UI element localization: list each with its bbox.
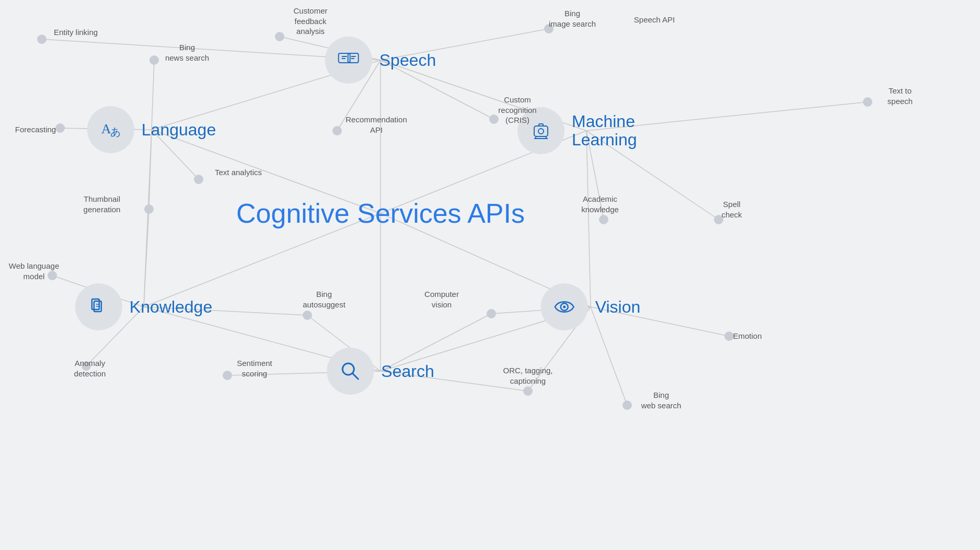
label-bing-web-search: Bingweb search bbox=[641, 390, 682, 410]
dot-sentiment bbox=[223, 371, 232, 380]
label-anomaly-detection: Anomalydetection bbox=[74, 358, 106, 379]
vision-icon-circle bbox=[541, 283, 588, 330]
speech-icon-circle bbox=[325, 37, 372, 84]
label-spell-check: Spellcheck bbox=[721, 199, 742, 220]
speech-icon bbox=[337, 48, 361, 72]
dot-custom-recognition bbox=[489, 114, 499, 124]
label-forecasting: Forecasting bbox=[15, 124, 56, 135]
dot-text-to-speech bbox=[863, 97, 872, 107]
label-sentiment-scoring: Sentimentscoring bbox=[237, 358, 272, 379]
vision-icon bbox=[552, 295, 577, 319]
label-bing-image-search: Bingimage search bbox=[549, 8, 596, 29]
connection-lines bbox=[0, 0, 980, 550]
svg-line-55 bbox=[352, 373, 358, 379]
language-label: Language bbox=[142, 120, 216, 140]
hub-knowledge[interactable]: Knowledge bbox=[75, 283, 212, 330]
label-ocr-tagging: ORC, tagging,captioning bbox=[503, 365, 552, 386]
label-academic-knowledge: Academicknowledge bbox=[581, 194, 619, 214]
label-bing-autosuggest: Bingautosuggest bbox=[303, 289, 345, 310]
knowledge-icon bbox=[87, 295, 111, 319]
dot-thumbnail bbox=[144, 204, 154, 214]
search-icon bbox=[338, 359, 362, 383]
label-emotion: Emotion bbox=[733, 331, 762, 341]
svg-text:あ: あ bbox=[110, 126, 121, 138]
dot-ocr bbox=[523, 386, 533, 396]
dot-bing-web bbox=[622, 400, 632, 410]
dot-bing-auto bbox=[303, 311, 312, 320]
label-thumbnail-generation: Thumbnailgeneration bbox=[84, 194, 121, 214]
center-title: Cognitive Services APIs bbox=[236, 198, 525, 229]
speech-label: Speech bbox=[379, 51, 436, 70]
svg-rect-44 bbox=[534, 126, 548, 136]
label-entity-linking: Entity linking bbox=[54, 27, 98, 38]
label-text-to-speech: Text tospeech bbox=[887, 86, 913, 106]
label-web-language-model: Web languagemodel bbox=[9, 261, 59, 281]
label-text-analytics: Text analytics bbox=[215, 167, 262, 178]
svg-line-3 bbox=[586, 131, 591, 307]
language-icon: A あ bbox=[99, 118, 123, 142]
svg-point-57 bbox=[563, 306, 566, 308]
dot-customer-feedback bbox=[275, 32, 284, 41]
hub-ml[interactable]: Machine Learning bbox=[517, 107, 655, 154]
dot-computer-vision bbox=[487, 309, 496, 318]
dot-entity-linking bbox=[37, 35, 47, 44]
label-computer-vision: Computervision bbox=[424, 289, 459, 310]
dot-academic bbox=[599, 215, 608, 224]
ml-label: Machine Learning bbox=[572, 112, 655, 149]
label-customer-feedback: Customerfeedbackanalysis bbox=[293, 6, 327, 37]
language-icon-circle: A あ bbox=[87, 106, 134, 153]
dot-text-analytics bbox=[194, 175, 203, 184]
hub-speech[interactable]: Speech bbox=[325, 37, 436, 84]
dot-emotion bbox=[724, 331, 734, 341]
knowledge-label: Knowledge bbox=[130, 297, 212, 317]
svg-rect-46 bbox=[539, 124, 543, 126]
label-custom-recognition: Customrecognition(CRIS) bbox=[498, 95, 536, 125]
knowledge-icon-circle bbox=[75, 283, 122, 330]
label-speech-api: Speech API bbox=[634, 15, 675, 25]
hub-language[interactable]: A あ Language bbox=[87, 106, 216, 153]
search-icon-circle bbox=[327, 348, 374, 395]
hub-search[interactable]: Search bbox=[327, 348, 434, 395]
vision-label: Vision bbox=[595, 297, 641, 317]
svg-line-2 bbox=[144, 130, 152, 307]
search-label: Search bbox=[381, 362, 434, 381]
dot-forecasting bbox=[55, 123, 65, 133]
svg-point-45 bbox=[538, 129, 544, 134]
hub-vision[interactable]: Vision bbox=[541, 283, 641, 330]
label-bing-news-search: Bingnews search bbox=[165, 42, 209, 63]
dot-news-search bbox=[149, 55, 159, 65]
dot-recommendation bbox=[332, 126, 342, 135]
label-recommendation-api: RecommendationAPI bbox=[345, 114, 407, 135]
